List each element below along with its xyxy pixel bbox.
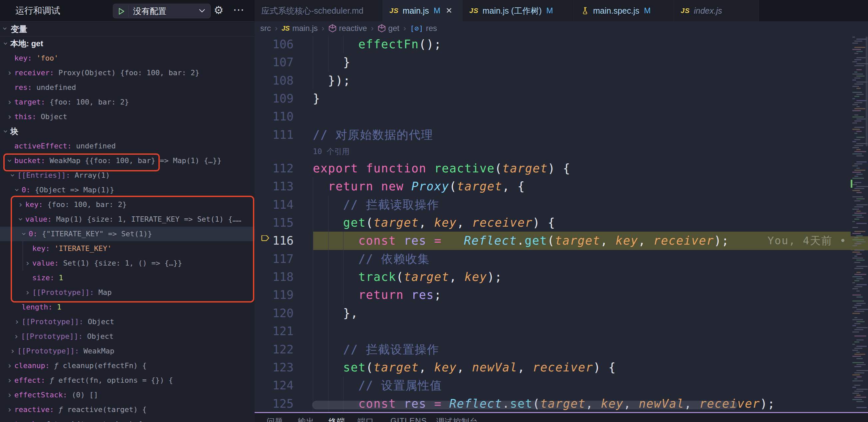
tab-main.js-[interactable]: JSmain.js (工作树)M: [463, 0, 574, 21]
variable-row[interactable]: res: undefined: [0, 80, 255, 95]
chevron-right-icon[interactable]: ›: [14, 329, 18, 344]
line-number[interactable]: 122: [255, 340, 293, 358]
variable-row[interactable]: ›[[Prototype]]: Object: [0, 329, 255, 344]
gear-icon[interactable]: ⚙: [214, 0, 224, 21]
code-line-120[interactable]: 120 },: [255, 304, 868, 322]
line-number[interactable]: 109: [255, 90, 293, 108]
tab-index.js[interactable]: JSindex.js: [674, 0, 759, 21]
variable-row[interactable]: key: 'ITERATE_KEY': [0, 241, 255, 256]
variable-row[interactable]: ›[[Prototype]]: Object: [0, 314, 255, 329]
line-number[interactable]: 119: [255, 286, 293, 304]
chevron-right-icon[interactable]: ›: [8, 110, 11, 124]
horizontal-scrollbar[interactable]: [312, 401, 738, 409]
breadcrumb-item-get[interactable]: get: [378, 24, 399, 33]
code-line-117[interactable]: 117 // 依赖收集: [255, 250, 868, 268]
line-number[interactable]: 123: [255, 358, 293, 376]
variable-row[interactable]: ›value: Map(1) {size: 1, ITERATE_KEY => …: [0, 212, 255, 227]
panel-tab-GITLENS[interactable]: GITLENS: [391, 416, 427, 422]
code-line-108[interactable]: 108 });: [255, 71, 868, 90]
chevron-right-icon[interactable]: ›: [8, 388, 11, 402]
chevron-right-icon[interactable]: ›: [8, 66, 11, 80]
code-line-112[interactable]: 112export function reactive(target) {: [255, 159, 868, 177]
variable-row[interactable]: ›bucket: WeakMap {{foo: 100, bar} => Map…: [0, 153, 255, 168]
chevron-down-icon[interactable]: [198, 8, 206, 13]
line-number[interactable]: 108: [255, 71, 293, 90]
variable-row[interactable]: ›track: ƒ track(target, key) {: [0, 417, 255, 422]
panel-tab-问题[interactable]: 问题: [267, 416, 283, 422]
line-number[interactable]: 106: [255, 35, 293, 53]
code-line-113[interactable]: 113 return new Proxy(target, {: [255, 177, 868, 195]
line-number[interactable]: 111: [255, 126, 293, 144]
variable-row[interactable]: activeEffect: undefined: [0, 139, 255, 153]
variable-row[interactable]: ›effectStack: (0) []: [0, 388, 255, 402]
code-line-123[interactable]: 123 set(target, key, newVal, receiver) {: [255, 358, 868, 376]
chevron-right-icon[interactable]: ›: [11, 344, 14, 358]
variable-row[interactable]: size: 1: [0, 271, 255, 285]
line-number[interactable]: 121: [255, 322, 293, 340]
chevron-right-icon[interactable]: ›: [8, 358, 11, 373]
line-number[interactable]: 125: [255, 395, 293, 413]
variable-row[interactable]: ›target: {foo: 100, bar: 2}: [0, 95, 255, 110]
panel-tab-终端[interactable]: 终端: [329, 416, 345, 422]
chevron-right-icon[interactable]: ›: [26, 285, 29, 300]
breadcrumb-item-src[interactable]: src: [260, 24, 271, 33]
variable-row[interactable]: ›0: {"ITERATE_KEY" => Set(1)}: [0, 227, 255, 241]
tab--scheduler.md[interactable]: 应式系统核心-scheduler.md: [255, 0, 383, 21]
code-line-106[interactable]: 106 effectFn();: [255, 35, 868, 53]
panel-tab-端口[interactable]: 端口: [358, 416, 374, 422]
variable-row[interactable]: ›key: {foo: 100, bar: 2}: [0, 198, 255, 212]
code-line-121[interactable]: 121: [255, 322, 868, 340]
more-actions-icon[interactable]: ⋯: [233, 0, 245, 21]
code-line-107[interactable]: 107 }: [255, 53, 868, 71]
line-number[interactable]: 113: [255, 177, 293, 195]
code-editor[interactable]: src›JSmain.js›reactive›get›[⊘]res 106 ef…: [255, 21, 868, 422]
codelens[interactable]: 10 个引用: [255, 144, 868, 159]
variable-row[interactable]: length: 1: [0, 300, 255, 314]
code-line-122[interactable]: 122 // 拦截设置操作: [255, 340, 868, 358]
code-content[interactable]: 106 effectFn();107 }108 });109}110111// …: [255, 35, 868, 413]
variable-row[interactable]: ›本地: get: [0, 36, 255, 51]
variable-row[interactable]: ›receiver: Proxy(Object) {foo: 100, bar:…: [0, 66, 255, 80]
line-number[interactable]: 115: [255, 214, 293, 232]
line-number[interactable]: 120: [255, 304, 293, 322]
variable-row[interactable]: ›[[Entries]]: Array(1): [0, 168, 255, 183]
line-number[interactable]: 118: [255, 268, 293, 286]
variable-row[interactable]: ›块: [0, 124, 255, 139]
tab-main.js[interactable]: JSmain.jsM✕: [383, 0, 463, 21]
variable-row[interactable]: ›reactive: ƒ reactive(target) {: [0, 402, 255, 417]
line-number[interactable]: 114: [255, 196, 293, 214]
chevron-right-icon[interactable]: ›: [15, 314, 19, 329]
code-line-111[interactable]: 111// 对原始数据的代理: [255, 126, 868, 144]
breadcrumb-item-res[interactable]: [⊘]res: [410, 24, 437, 33]
codelens-label[interactable]: 10 个引用: [313, 147, 350, 156]
launch-config-select[interactable]: 没有配置: [133, 4, 166, 18]
debug-launch-toolbar[interactable]: 没有配置: [113, 4, 211, 18]
chevron-down-icon[interactable]: ›: [0, 27, 12, 30]
tab-main.spec.js[interactable]: main.spec.jsM: [574, 0, 674, 21]
panel-tab-输出[interactable]: 输出: [298, 416, 314, 422]
line-number[interactable]: 112: [255, 159, 293, 177]
variable-row[interactable]: ›this: Object: [0, 110, 255, 124]
code-line-118[interactable]: 118 track(target, key);: [255, 268, 868, 286]
variable-row[interactable]: ›[[Prototype]]: WeakMap: [0, 344, 255, 358]
code-line-109[interactable]: 109}: [255, 90, 868, 108]
start-debug-icon[interactable]: [117, 7, 126, 16]
line-number[interactable]: 124: [255, 376, 293, 394]
code-line-116[interactable]: 116 const res = Reflect.get(target, key,…: [255, 232, 868, 250]
line-number[interactable]: 110: [255, 108, 293, 125]
variable-row[interactable]: ›[[Prototype]]: Map: [0, 285, 255, 300]
code-line-124[interactable]: 124 // 设置属性值: [255, 376, 868, 394]
breadcrumb-item-main.js[interactable]: JSmain.js: [282, 24, 318, 33]
variables-section-header[interactable]: › 变量: [0, 21, 255, 37]
variable-row[interactable]: ›cleanup: ƒ cleanup(effectFn) {: [0, 358, 255, 373]
chevron-right-icon[interactable]: ›: [19, 198, 22, 212]
breadcrumb-item-reactive[interactable]: reactive: [329, 24, 367, 33]
chevron-right-icon[interactable]: ›: [8, 95, 11, 110]
variable-row[interactable]: key: 'foo': [0, 51, 255, 66]
vertical-scrollbar[interactable]: [866, 37, 868, 146]
close-icon[interactable]: ✕: [446, 6, 452, 15]
chevron-right-icon[interactable]: ›: [8, 402, 11, 417]
panel-tab-调试控制台[interactable]: 调试控制台: [436, 416, 478, 422]
code-line-115[interactable]: 115 get(target, key, receiver) {: [255, 214, 868, 232]
code-line-119[interactable]: 119 return res;: [255, 286, 868, 304]
